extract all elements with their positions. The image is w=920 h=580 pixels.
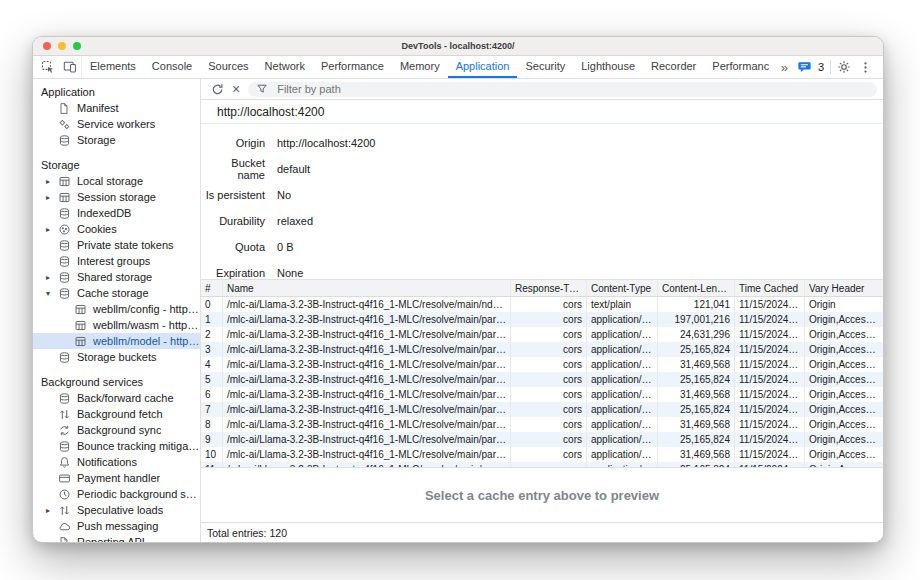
sidebar-item-payment-handler[interactable]: Payment handler [33, 470, 200, 486]
table-cell: 11/15/2024, 10... [735, 327, 805, 342]
table-row[interactable]: 5/mlc-ai/Llama-3.2-3B-Instruct-q4f16_1-M… [201, 372, 883, 387]
detail-label: Bucket name [203, 157, 265, 181]
column-header-time-cached[interactable]: Time Cached [735, 280, 805, 296]
zoom-window-button[interactable] [73, 42, 81, 50]
sidebar-item-interest-groups[interactable]: Interest groups [33, 253, 200, 269]
arrows-updown-icon [58, 504, 74, 517]
toolbar-divider [830, 60, 831, 74]
table-row[interactable]: 3/mlc-ai/Llama-3.2-3B-Instruct-q4f16_1-M… [201, 342, 883, 357]
table-cell: application/oc... [587, 402, 658, 417]
expander-arrow-icon[interactable]: ▸ [46, 193, 58, 202]
column-header-response-type[interactable]: Response-Type [511, 280, 587, 296]
sidebar-item-storage[interactable]: Storage [33, 132, 200, 148]
sidebar-item-webllm-model-http-loc[interactable]: webllm/model - http://loc... [33, 333, 200, 349]
sidebar-item-label: Shared storage [77, 271, 152, 283]
tab-recorder[interactable]: Recorder [643, 56, 704, 78]
column-header-vary-header[interactable]: Vary Header [805, 280, 883, 296]
clear-icon[interactable]: × [232, 82, 240, 96]
tab-performance-insights[interactable]: Performance insights [704, 56, 768, 78]
kebab-menu-icon[interactable] [859, 61, 875, 74]
issues-counter[interactable]: 3 [798, 61, 824, 73]
table-cell: /mlc-ai/Llama-3.2-3B-Instruct-q4f16_1-ML… [223, 312, 511, 327]
tab-performance[interactable]: Performance [313, 56, 392, 78]
sidebar-item-bounce-tracking-mitigations[interactable]: Bounce tracking mitigations [33, 438, 200, 454]
table-row[interactable]: 7/mlc-ai/Llama-3.2-3B-Instruct-q4f16_1-M… [201, 402, 883, 417]
tab-label: Elements [90, 60, 136, 72]
sidebar-item-speculative-loads[interactable]: ▸Speculative loads [33, 502, 200, 518]
sidebar-item-back-forward-cache[interactable]: Back/forward cache [33, 390, 200, 406]
table-cell: application/oc... [587, 372, 658, 387]
table-cell: 2 [201, 327, 223, 342]
table-row[interactable]: 4/mlc-ai/Llama-3.2-3B-Instruct-q4f16_1-M… [201, 357, 883, 372]
tab-sources[interactable]: Sources [200, 56, 256, 78]
tab-application[interactable]: Application [448, 56, 518, 78]
filter-field[interactable] [248, 82, 877, 97]
sidebar-item-webllm-config-http-loc[interactable]: webllm/config - http://loc... [33, 301, 200, 317]
filter-by-path-input[interactable] [277, 83, 869, 95]
sidebar-item-private-state-tokens[interactable]: Private state tokens [33, 237, 200, 253]
table-cell: application/oc... [587, 417, 658, 432]
expander-arrow-icon[interactable]: ▸ [46, 273, 58, 282]
sidebar-item-push-messaging[interactable]: Push messaging [33, 518, 200, 534]
settings-gear-icon[interactable] [837, 60, 853, 74]
sidebar-item-shared-storage[interactable]: ▸Shared storage [33, 269, 200, 285]
detail-row: Originhttp://localhost:4200 [201, 130, 883, 156]
table-row[interactable]: 1/mlc-ai/Llama-3.2-3B-Instruct-q4f16_1-M… [201, 312, 883, 327]
tab-security[interactable]: Security [517, 56, 573, 78]
sidebar-item-label: Notifications [77, 456, 137, 468]
table-row[interactable]: 6/mlc-ai/Llama-3.2-3B-Instruct-q4f16_1-M… [201, 387, 883, 402]
expander-arrow-icon[interactable]: ▸ [46, 225, 58, 234]
sidebar-item-periodic-background-sync[interactable]: Periodic background sync [33, 486, 200, 502]
table-cell: 10 [201, 447, 223, 462]
table-icon [58, 191, 74, 204]
table-row[interactable]: 8/mlc-ai/Llama-3.2-3B-Instruct-q4f16_1-M… [201, 417, 883, 432]
table-cell: application/oc... [587, 357, 658, 372]
tab-console[interactable]: Console [144, 56, 200, 78]
table-row[interactable]: 0/mlc-ai/Llama-3.2-3B-Instruct-q4f16_1-M… [201, 297, 883, 312]
sidebar-item-local-storage[interactable]: ▸Local storage [33, 173, 200, 189]
table-cell: cors [511, 402, 587, 417]
detail-value: relaxed [277, 215, 313, 227]
expander-arrow-icon[interactable]: ▾ [46, 289, 58, 298]
sidebar-item-notifications[interactable]: Notifications [33, 454, 200, 470]
sidebar-item-label: Bounce tracking mitigations [77, 440, 200, 452]
tab-memory[interactable]: Memory [392, 56, 448, 78]
sidebar-item-cookies[interactable]: ▸Cookies [33, 221, 200, 237]
sidebar-item-service-workers[interactable]: Service workers [33, 116, 200, 132]
tab-elements[interactable]: Elements [82, 56, 144, 78]
table-row[interactable]: 9/mlc-ai/Llama-3.2-3B-Instruct-q4f16_1-M… [201, 432, 883, 447]
column-header-content-length[interactable]: Content-Length [658, 280, 735, 296]
sidebar-item-indexeddb[interactable]: IndexedDB [33, 205, 200, 221]
inspect-element-icon[interactable] [41, 60, 55, 74]
table-cell: 3 [201, 342, 223, 357]
more-tabs-button[interactable]: » [777, 60, 792, 75]
sidebar-item-storage-buckets[interactable]: Storage buckets [33, 349, 200, 365]
table-cell: /mlc-ai/Llama-3.2-3B-Instruct-q4f16_1-ML… [223, 387, 511, 402]
table-row[interactable]: 10/mlc-ai/Llama-3.2-3B-Instruct-q4f16_1-… [201, 447, 883, 462]
table-cell: Origin,Access... [805, 387, 883, 402]
sidebar-item-background-fetch[interactable]: Background fetch [33, 406, 200, 422]
sidebar-item-manifest[interactable]: Manifest [33, 100, 200, 116]
column-header--[interactable]: # [201, 280, 223, 296]
sidebar-item-session-storage[interactable]: ▸Session storage [33, 189, 200, 205]
sidebar-item-cache-storage[interactable]: ▾Cache storage [33, 285, 200, 301]
tab-lighthouse[interactable]: Lighthouse [573, 56, 643, 78]
sidebar-item-label: Local storage [77, 175, 143, 187]
column-header-name[interactable]: Name [223, 280, 511, 296]
tab-network[interactable]: Network [257, 56, 313, 78]
refresh-icon[interactable] [211, 83, 224, 96]
close-window-button[interactable] [43, 42, 51, 50]
expander-arrow-icon[interactable]: ▸ [46, 506, 58, 515]
expander-arrow-icon[interactable]: ▸ [46, 177, 58, 186]
tab-label: Console [152, 60, 192, 72]
minimize-window-button[interactable] [58, 42, 66, 50]
sidebar-item-label: Storage [77, 134, 116, 146]
table-cell: /mlc-ai/Llama-3.2-3B-Instruct-q4f16_1-ML… [223, 327, 511, 342]
table-row[interactable]: 2/mlc-ai/Llama-3.2-3B-Instruct-q4f16_1-M… [201, 327, 883, 342]
sidebar-item-reporting-api[interactable]: Reporting API [33, 534, 200, 542]
table-cell: 7 [201, 402, 223, 417]
sidebar-item-background-sync[interactable]: Background sync [33, 422, 200, 438]
device-toolbar-icon[interactable] [63, 60, 77, 74]
sidebar-item-webllm-wasm-http-loca[interactable]: webllm/wasm - http://loca... [33, 317, 200, 333]
column-header-content-type[interactable]: Content-Type [587, 280, 658, 296]
